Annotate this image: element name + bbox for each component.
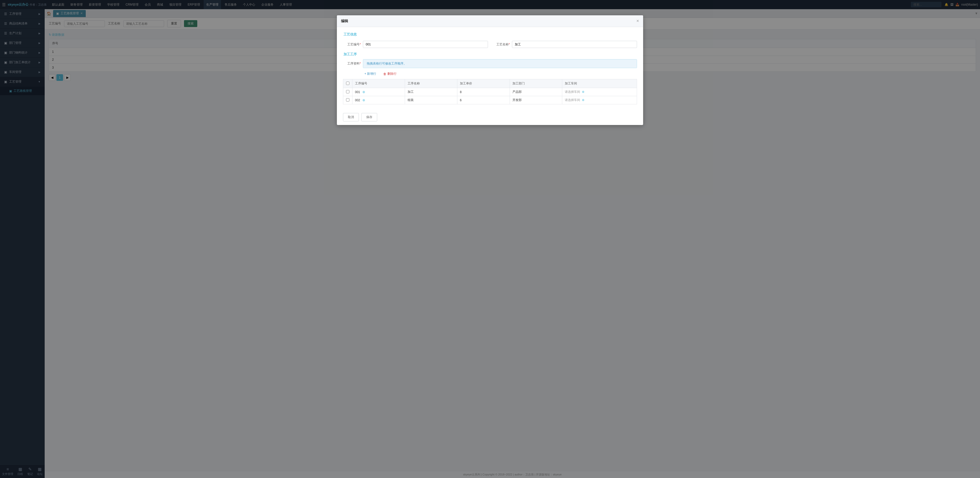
- form-row-main: 工艺编号* 工艺名称*: [343, 41, 637, 48]
- add-row-button[interactable]: + 新增行: [363, 71, 378, 77]
- row1-code-add-icon[interactable]: ⊕: [363, 90, 365, 94]
- process-data-row: 工序资料* 拖拽表格行可修改工序顺序。: [343, 59, 637, 68]
- row1-workshop-add-icon[interactable]: ⊕: [582, 90, 584, 94]
- inner-table-row: 001 ⊕ 加工 8 产品部 请选择车间 ⊕: [343, 88, 637, 96]
- modal-close-button[interactable]: ×: [636, 18, 639, 24]
- row1-checkbox-cell: [343, 88, 352, 96]
- delete-row-button[interactable]: 🗑 删除行: [382, 71, 398, 77]
- row2-dept: 开发部: [510, 96, 562, 104]
- row1-workshop-select[interactable]: 请选择车间: [565, 90, 580, 94]
- trash-icon: 🗑: [383, 72, 387, 76]
- required-star2: *: [509, 43, 510, 46]
- modal-header: 编辑 ×: [337, 15, 643, 27]
- row2-checkbox[interactable]: [346, 98, 350, 102]
- row2-code-add-icon[interactable]: ⊕: [363, 98, 365, 102]
- select-all-checkbox[interactable]: [346, 82, 349, 85]
- process-data-label: 工序资料*: [343, 62, 361, 66]
- section-title-craft-info: 工艺信息: [343, 32, 637, 37]
- row2-unit-price: 6: [457, 96, 510, 104]
- process-name-label: 工艺名称*: [492, 42, 510, 47]
- col-header-step-code: 工序编号: [352, 79, 405, 88]
- col-header-workshop: 加工车间: [562, 79, 637, 88]
- edit-modal: 编辑 × 工艺信息 工艺编号* 工艺名称*: [337, 15, 643, 125]
- row1-dept: 产品部: [510, 88, 562, 96]
- row2-step-name: 组装: [405, 96, 457, 104]
- modal-title: 编辑: [341, 19, 348, 24]
- col-header-step-name: 工序名称: [405, 79, 457, 88]
- row2-workshop-select[interactable]: 请选择车间: [565, 98, 580, 102]
- field-process-name: 工艺名称*: [492, 41, 637, 48]
- modal-overlay: 编辑 × 工艺信息 工艺编号* 工艺名称*: [0, 0, 980, 478]
- drag-hint: 拖拽表格行可修改工序顺序。: [363, 59, 637, 68]
- process-code-input[interactable]: [363, 41, 488, 48]
- row1-step-name: 加工: [405, 88, 457, 96]
- row2-workshop-add-icon[interactable]: ⊕: [582, 98, 584, 102]
- row1-unit-price: 8: [457, 88, 510, 96]
- inner-table-row: 002 ⊕ 组装 6 开发部 请选择车间 ⊕: [343, 96, 637, 104]
- row1-step-code: 001 ⊕: [352, 88, 405, 96]
- required-star3: *: [360, 62, 361, 65]
- inner-table-wrap: 工序编号 工序名称 加工单价 加工部门 加工车间: [343, 79, 637, 104]
- col-header-check: [343, 79, 352, 88]
- modal-body: 工艺信息 工艺编号* 工艺名称* 加工工序: [337, 27, 643, 110]
- row2-step-code: 002 ⊕: [352, 96, 405, 104]
- row1-checkbox[interactable]: [346, 90, 350, 93]
- col-header-dept: 加工部门: [510, 79, 562, 88]
- save-button[interactable]: 保存: [361, 113, 377, 121]
- inner-table: 工序编号 工序名称 加工单价 加工部门 加工车间: [343, 79, 637, 104]
- field-process-code: 工艺编号*: [343, 41, 488, 48]
- col-header-unit-price: 加工单价: [457, 79, 510, 88]
- modal-footer: 取消 保存: [337, 110, 643, 125]
- row2-checkbox-cell: [343, 96, 352, 104]
- table-actions: + 新增行 🗑 删除行: [363, 71, 637, 77]
- cancel-button[interactable]: 取消: [343, 113, 359, 121]
- row1-workshop[interactable]: 请选择车间 ⊕: [562, 88, 637, 96]
- required-star: *: [360, 43, 361, 46]
- row2-workshop[interactable]: 请选择车间 ⊕: [562, 96, 637, 104]
- process-code-label: 工艺编号*: [343, 42, 361, 47]
- process-name-input[interactable]: [512, 41, 637, 48]
- sub-section-title: 加工工序: [343, 52, 637, 57]
